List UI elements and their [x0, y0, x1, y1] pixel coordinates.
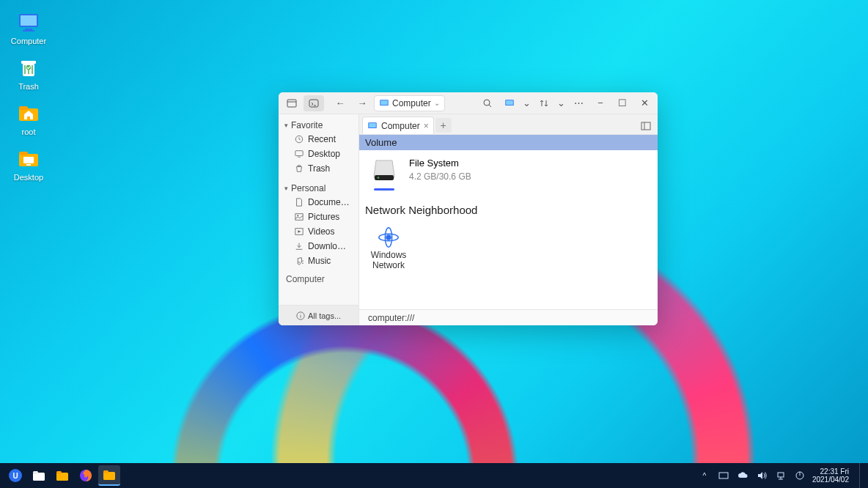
desktop-icon-computer[interactable]: Computer: [6, 7, 51, 48]
chevron-down-icon: ▾: [284, 122, 288, 129]
monitor-icon: [504, 98, 515, 108]
document-icon: [295, 198, 304, 207]
sidebar-item-music[interactable]: Music: [279, 254, 358, 268]
svg-rect-21: [506, 100, 513, 105]
taskbar-file-manager[interactable]: [28, 465, 50, 486]
sidebar-all-tags[interactable]: All tags...: [279, 305, 358, 325]
svg-line-19: [489, 105, 491, 107]
svg-rect-45: [56, 471, 62, 474]
forward-button[interactable]: →: [352, 95, 372, 111]
tray-network-icon[interactable]: [774, 469, 787, 482]
clock-time: 22:31 Fri: [820, 467, 849, 476]
svg-text:U: U: [12, 472, 18, 480]
close-tab-icon[interactable]: ×: [424, 121, 429, 131]
tray-expand-icon[interactable]: ^: [698, 469, 711, 482]
desktop-icon-trash[interactable]: Trash: [6, 53, 51, 94]
view-mode-button[interactable]: [499, 95, 520, 111]
sidebar-item-downloads[interactable]: Downlo…: [279, 239, 358, 254]
svg-rect-49: [719, 473, 728, 478]
new-tab-button[interactable]: +: [435, 118, 452, 133]
svg-rect-1: [21, 15, 37, 26]
address-bar[interactable]: Computer ⌄: [374, 95, 445, 111]
sidebar-item-documents[interactable]: Docume…: [279, 195, 358, 210]
file-manager-window: ← → Computer ⌄ ⌄ ⌄ ⋯ − ☐ ✕ ▾Favorite Rec…: [279, 92, 658, 325]
taskbar: U ^ 22:31 Fri 2021/04/02: [0, 463, 868, 488]
sidebar-item-computer[interactable]: Computer: [279, 270, 358, 289]
svg-rect-11: [23, 157, 34, 163]
sidebar-item-trash[interactable]: Trash: [279, 161, 358, 176]
svg-point-39: [386, 234, 391, 240]
tabbar: Computer × +: [359, 114, 658, 135]
statusbar: computer:///: [359, 309, 658, 325]
home-folder-icon: [17, 101, 40, 125]
desktop-folder-icon: [17, 147, 40, 170]
svg-point-26: [297, 215, 298, 216]
trash-icon: [295, 164, 304, 173]
desktop-icon-root[interactable]: root: [6, 98, 51, 139]
clock-icon: [295, 135, 304, 144]
network-item-label: Windows Network: [369, 250, 408, 270]
network-item-windows-network[interactable]: Windows Network: [359, 219, 418, 276]
svg-rect-32: [369, 123, 376, 127]
sidebar-section-favorite[interactable]: ▾Favorite: [279, 119, 358, 132]
computer-icon: [367, 121, 378, 131]
svg-rect-48: [103, 470, 108, 473]
new-window-button[interactable]: [282, 95, 302, 111]
sidebar-item-recent[interactable]: Recent: [279, 132, 358, 147]
sidebar-item-desktop[interactable]: Desktop: [279, 147, 358, 161]
system-tray: ^ 22:31 Fri 2021/04/02: [698, 463, 864, 488]
section-header-network: Network Neighborhood: [359, 198, 658, 219]
svg-point-18: [484, 100, 490, 106]
pictures-icon: [295, 212, 304, 221]
tray-cloud-icon[interactable]: [736, 469, 749, 482]
taskbar-firefox[interactable]: [75, 465, 97, 486]
desktop-icon-label: Desktop: [14, 173, 43, 182]
back-button[interactable]: ←: [330, 95, 350, 111]
terminal-button[interactable]: [304, 95, 324, 111]
show-desktop-button[interactable]: [859, 463, 864, 488]
search-button[interactable]: [477, 95, 498, 111]
sidebar-item-videos[interactable]: Videos: [279, 224, 358, 239]
sort-dropdown[interactable]: ⌄: [555, 95, 567, 111]
computer-icon: [17, 10, 40, 34]
sidebar-toggle-button[interactable]: [637, 118, 655, 134]
tray-input-method-icon[interactable]: [717, 469, 730, 482]
desktop-icon-desktop[interactable]: Desktop: [6, 144, 51, 185]
close-button[interactable]: ✕: [634, 95, 655, 111]
tray-power-icon[interactable]: [793, 469, 806, 482]
tab-computer[interactable]: Computer ×: [362, 117, 434, 134]
volume-item-file-system[interactable]: File System 4.2 GB/30.6 GB: [359, 150, 658, 198]
svg-rect-3: [23, 30, 34, 32]
hard-drive-icon: [371, 158, 397, 184]
network-icon: [376, 225, 401, 250]
toolbar: ← → Computer ⌄ ⌄ ⌄ ⋯ − ☐ ✕: [279, 92, 658, 114]
svg-rect-13: [287, 100, 296, 107]
sidebar: ▾Favorite Recent Desktop Trash ▾Personal…: [279, 114, 359, 325]
desktop-icon-label: Trash: [18, 82, 39, 91]
view-mode-dropdown[interactable]: ⌄: [521, 95, 532, 111]
sidebar-section-personal[interactable]: ▾Personal: [279, 182, 358, 195]
videos-icon: [295, 227, 304, 236]
svg-point-36: [378, 177, 380, 179]
section-header-volume: Volume: [359, 135, 658, 150]
statusbar-path: computer:///: [368, 313, 414, 323]
desktop-icon-label: Computer: [11, 37, 46, 45]
sidebar-item-pictures[interactable]: Pictures: [279, 210, 358, 224]
taskbar-folder[interactable]: [51, 465, 73, 486]
svg-rect-33: [641, 122, 650, 130]
maximize-button[interactable]: ☐: [612, 95, 633, 111]
desktop-icon-label: root: [22, 127, 36, 136]
taskbar-running-file-manager[interactable]: [98, 465, 120, 486]
menu-button[interactable]: ⋯: [568, 95, 589, 111]
trash-icon: [17, 56, 40, 79]
svg-rect-12: [26, 164, 31, 166]
minimize-button[interactable]: −: [590, 95, 611, 111]
tray-volume-icon[interactable]: [755, 469, 768, 482]
sort-button[interactable]: [534, 95, 554, 111]
svg-rect-17: [380, 100, 388, 105]
start-menu-button[interactable]: U: [4, 465, 26, 486]
svg-rect-43: [33, 471, 38, 474]
desktop-icon: [295, 149, 304, 158]
svg-rect-10: [19, 152, 28, 155]
taskbar-clock[interactable]: 22:31 Fri 2021/04/02: [812, 467, 849, 484]
